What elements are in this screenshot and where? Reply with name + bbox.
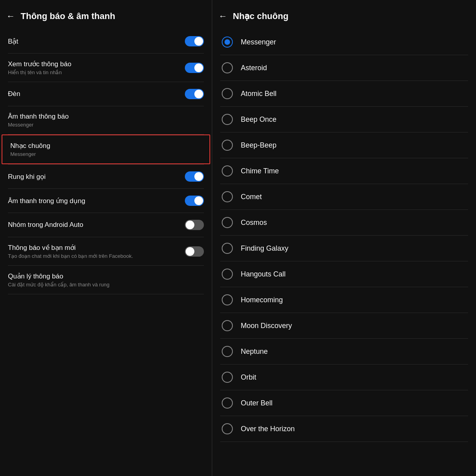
toggle-xem-truoc[interactable]: [185, 63, 204, 73]
setting-left-rung-khi-goi: Rung khi gọi: [8, 173, 46, 181]
radio-messenger: [222, 36, 233, 48]
toggle-den[interactable]: [185, 89, 204, 99]
setting-label-bat: Bật: [8, 37, 18, 46]
left-back-button[interactable]: ←: [6, 11, 15, 21]
ringtone-name-homecoming: Homecoming: [241, 296, 283, 304]
ringtone-item-outer-bell[interactable]: Outer Bell: [212, 390, 476, 416]
setting-left-den: Đèn: [8, 90, 20, 98]
ringtone-name-comet: Comet: [241, 193, 262, 201]
ringtone-item-messenger[interactable]: Messenger: [212, 29, 476, 55]
setting-left-nhac-chuong: Nhạc chuôngMessenger: [10, 142, 50, 157]
setting-left-bat: Bật: [8, 37, 18, 46]
toggle-knob-nhom-android-auto: [186, 221, 194, 229]
setting-sublabel-am-thanh-thong-bao: Messenger: [8, 122, 69, 128]
ringtone-item-chime-time[interactable]: Chime Time: [212, 158, 476, 184]
setting-left-nhom-android-auto: Nhóm trong Android Auto: [8, 221, 83, 229]
radio-beep-once: [222, 114, 233, 125]
setting-label-nhom-android-auto: Nhóm trong Android Auto: [8, 221, 83, 229]
left-panel-title: Thông báo & âm thanh: [21, 11, 115, 21]
ringtone-name-orbit: Orbit: [241, 373, 256, 382]
radio-asteroid: [222, 62, 233, 73]
left-header: ← Thông báo & âm thanh: [0, 0, 212, 29]
radio-comet: [222, 191, 233, 202]
ringtone-item-orbit[interactable]: Orbit: [212, 365, 476, 390]
ringtone-item-finding-galaxy[interactable]: Finding Galaxy: [212, 236, 476, 261]
setting-item-quan-ly-thong-bao: Quản lý thông báoCài đặt mức độ khẩn cấp…: [0, 266, 212, 294]
radio-chime-time: [222, 165, 233, 177]
toggle-am-thanh-trong-ung-dung[interactable]: [185, 196, 204, 206]
ringtone-item-beep-once[interactable]: Beep Once: [212, 107, 476, 132]
setting-item-am-thanh-trong-ung-dung[interactable]: Âm thanh trong ứng dụng: [0, 189, 212, 213]
setting-label-quan-ly-thong-bao: Quản lý thông báo: [8, 272, 109, 280]
setting-label-xem-truoc: Xem trước thông báo: [8, 60, 71, 68]
toggle-rung-khi-goi[interactable]: [185, 171, 204, 182]
setting-left-thong-bao-ban-moi: Thông báo về bạn mớiTạo đoạn chat mới kh…: [8, 244, 133, 259]
divider-ringtone-over-the-horizon: [220, 441, 468, 442]
setting-left-am-thanh-trong-ung-dung: Âm thanh trong ứng dụng: [8, 197, 85, 205]
setting-item-thong-bao-ban-moi[interactable]: Thông báo về bạn mớiTạo đoạn chat mới kh…: [0, 237, 212, 265]
ringtone-name-outer-bell: Outer Bell: [241, 399, 273, 407]
toggle-knob-thong-bao-ban-moi: [186, 247, 194, 256]
setting-label-thong-bao-ban-moi: Thông báo về bạn mới: [8, 244, 133, 252]
ringtone-item-cosmos[interactable]: Cosmos: [212, 210, 476, 235]
ringtone-name-asteroid: Asteroid: [241, 64, 267, 72]
ringtone-item-hangouts-call[interactable]: Hangouts Call: [212, 261, 476, 287]
radio-beep-beep: [222, 140, 233, 151]
setting-label-rung-khi-goi: Rung khi gọi: [8, 173, 46, 181]
toggle-knob-den: [194, 90, 203, 98]
settings-list: BậtXem trước thông báoHiển thị tên và ti…: [0, 29, 212, 294]
radio-finding-galaxy: [222, 243, 233, 254]
ringtone-name-finding-galaxy: Finding Galaxy: [241, 244, 288, 253]
setting-item-nhom-android-auto[interactable]: Nhóm trong Android Auto: [0, 213, 212, 237]
right-panel-title: Nhạc chuông: [233, 11, 288, 21]
ringtone-item-over-the-horizon[interactable]: Over the Horizon: [212, 416, 476, 441]
setting-item-rung-khi-goi[interactable]: Rung khi gọi: [0, 165, 212, 188]
ringtone-name-over-the-horizon: Over the Horizon: [241, 425, 295, 433]
radio-orbit: [222, 372, 233, 383]
ringtone-item-homecoming[interactable]: Homecoming: [212, 287, 476, 313]
setting-label-nhac-chuong: Nhạc chuông: [10, 142, 50, 150]
toggle-knob-am-thanh-trong-ung-dung: [194, 196, 203, 205]
toggle-nhom-android-auto[interactable]: [185, 220, 204, 230]
ringtone-item-asteroid[interactable]: Asteroid: [212, 55, 476, 81]
toggle-bat[interactable]: [185, 36, 204, 46]
ringtone-name-messenger: Messenger: [241, 38, 276, 46]
divider-quan-ly-thong-bao: [8, 294, 204, 294]
radio-over-the-horizon: [222, 423, 233, 434]
setting-item-bat[interactable]: Bật: [0, 29, 212, 53]
setting-sublabel-thong-bao-ban-moi: Tạo đoạn chat mới khi bạn có bạn mới trê…: [8, 253, 133, 259]
setting-sublabel-xem-truoc: Hiển thị tên và tin nhắn: [8, 69, 71, 75]
ringtone-item-beep-beep[interactable]: Beep-Beep: [212, 132, 476, 158]
ringtone-name-chime-time: Chime Time: [241, 167, 279, 175]
ringtone-item-moon-discovery[interactable]: Moon Discovery: [212, 313, 476, 338]
ringtone-list: MessengerAsteroidAtomic BellBeep OnceBee…: [212, 29, 476, 442]
setting-item-nhac-chuong[interactable]: Nhạc chuôngMessenger: [2, 134, 210, 164]
radio-homecoming: [222, 294, 233, 305]
setting-item-xem-truoc[interactable]: Xem trước thông báoHiển thị tên và tin n…: [0, 54, 212, 82]
ringtone-name-beep-beep: Beep-Beep: [241, 141, 276, 150]
toggle-knob-xem-truoc: [194, 63, 203, 72]
ringtone-item-comet[interactable]: Comet: [212, 184, 476, 209]
ringtone-name-neptune: Neptune: [241, 347, 268, 356]
setting-sublabel-quan-ly-thong-bao: Cài đặt mức độ khẩn cấp, âm thanh và run…: [8, 282, 109, 288]
right-panel: ← Nhạc chuông MessengerAsteroidAtomic Be…: [212, 0, 476, 476]
radio-neptune: [222, 346, 233, 357]
radio-outer-bell: [222, 397, 233, 409]
toggle-thong-bao-ban-moi[interactable]: [185, 246, 204, 257]
radio-inner-messenger: [225, 39, 230, 45]
ringtone-item-neptune[interactable]: Neptune: [212, 339, 476, 364]
left-panel: ← Thông báo & âm thanh BậtXem trước thôn…: [0, 0, 212, 476]
setting-label-am-thanh-trong-ung-dung: Âm thanh trong ứng dụng: [8, 197, 85, 205]
ringtone-name-cosmos: Cosmos: [241, 219, 267, 227]
ringtone-name-moon-discovery: Moon Discovery: [241, 322, 292, 330]
setting-left-xem-truoc: Xem trước thông báoHiển thị tên và tin n…: [8, 60, 71, 75]
toggle-knob-bat: [194, 37, 203, 46]
setting-label-am-thanh-thong-bao: Âm thanh thông báo: [8, 113, 69, 121]
setting-left-quan-ly-thong-bao: Quản lý thông báoCài đặt mức độ khẩn cấp…: [8, 272, 109, 288]
setting-label-den: Đèn: [8, 90, 20, 98]
setting-sublabel-nhac-chuong: Messenger: [10, 151, 50, 157]
setting-item-den[interactable]: Đèn: [0, 82, 212, 106]
right-back-button[interactable]: ←: [219, 11, 227, 21]
ringtone-item-atomic-bell[interactable]: Atomic Bell: [212, 81, 476, 106]
ringtone-name-atomic-bell: Atomic Bell: [241, 90, 276, 98]
